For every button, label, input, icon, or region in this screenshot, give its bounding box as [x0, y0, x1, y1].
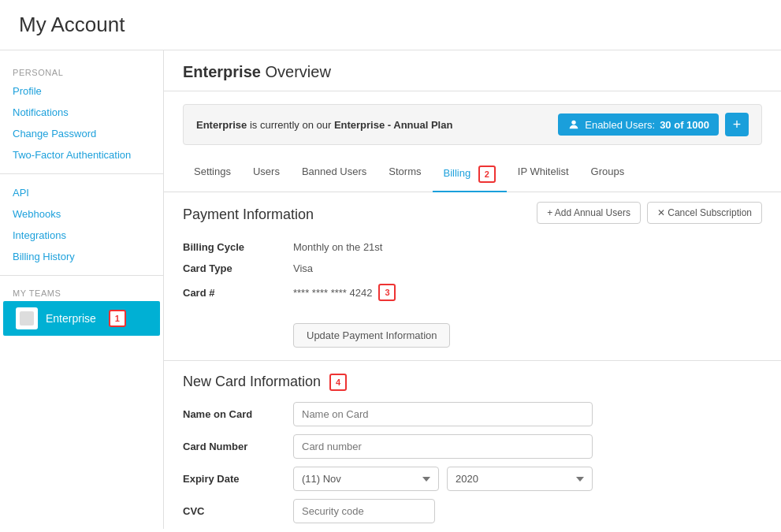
banner-text: Enterprise is currently on our Enterpris…: [196, 119, 452, 131]
card-type-value: Visa: [293, 262, 313, 274]
annotation-2: 2: [478, 166, 496, 183]
team-icon: [16, 307, 38, 329]
sidebar-item-change-password[interactable]: Change Password: [0, 123, 163, 144]
expiry-month-select[interactable]: (11) Nov: [293, 467, 439, 491]
enterprise-overview-title: Enterprise Overview: [183, 63, 762, 81]
tab-banned-users[interactable]: Banned Users: [291, 158, 377, 192]
annotation-4: 4: [329, 374, 347, 391]
team-icon-inner: [20, 311, 34, 326]
card-number-form-row: Card Number: [183, 434, 762, 459]
card-number-input[interactable]: [293, 434, 593, 459]
sidebar-personal-label: Personal: [0, 63, 163, 80]
enterprise-banner: Enterprise is currently on our Enterpris…: [183, 104, 762, 145]
overview-label: Overview: [266, 63, 331, 80]
main-content: Enterprise Overview Enterprise is curren…: [164, 50, 781, 529]
expiry-year-select[interactable]: 2020: [447, 467, 593, 491]
sidebar-item-notifications[interactable]: Notifications: [0, 102, 163, 123]
sidebar-divider-1: [0, 173, 163, 174]
sidebar-team-enterprise[interactable]: Enterprise 1: [3, 301, 160, 336]
billing-cycle-value: Monthly on the 21st: [293, 241, 382, 253]
card-hash-label: Card #: [183, 287, 293, 299]
sidebar-item-api[interactable]: API: [0, 182, 163, 203]
action-buttons: + Add Annual Users ✕ Cancel Subscription: [537, 202, 762, 224]
tabs-bar: Settings Users Banned Users Storms Billi…: [164, 158, 781, 192]
sidebar-item-integrations[interactable]: Integrations: [0, 225, 163, 246]
card-number-form-label: Card Number: [183, 441, 293, 452]
team-name: Enterprise: [46, 312, 96, 325]
sidebar-divider-2: [0, 275, 163, 276]
name-on-card-label: Name on Card: [183, 408, 293, 420]
expiry-date-label: Expiry Date: [183, 473, 293, 485]
cvc-label: CVC: [183, 505, 293, 517]
tab-settings[interactable]: Settings: [183, 158, 242, 192]
new-card-title: New Card Information 4: [183, 374, 762, 391]
sidebar-item-profile[interactable]: Profile: [0, 80, 163, 102]
update-payment-button[interactable]: Update Payment Information: [293, 323, 450, 348]
banner-right: Enabled Users: 30 of 1000 +: [558, 113, 749, 136]
card-type-row: Card Type Visa: [183, 258, 762, 279]
add-annual-users-button[interactable]: + Add Annual Users: [537, 202, 641, 224]
sidebar-item-webhooks[interactable]: Webhooks: [0, 203, 163, 225]
card-number-value: **** **** **** 4242: [293, 287, 372, 299]
cvc-row: CVC: [183, 499, 762, 523]
card-number-row: Card # **** **** **** 4242 3: [183, 279, 762, 306]
name-on-card-input[interactable]: [293, 402, 593, 426]
expiry-selects: (11) Nov 2020: [293, 467, 593, 491]
sidebar-item-billing-history[interactable]: Billing History: [0, 246, 163, 267]
user-icon: [567, 118, 580, 131]
expiry-date-row: Expiry Date (11) Nov 2020: [183, 467, 762, 491]
page-title: My Account: [19, 13, 762, 37]
svg-point-0: [572, 121, 576, 125]
tab-users[interactable]: Users: [242, 158, 291, 192]
cvc-input[interactable]: [293, 499, 435, 523]
annotation-3: 3: [378, 284, 396, 301]
enabled-users-count: 30 of 1000: [660, 119, 709, 131]
update-payment-row: Update Payment Information: [183, 314, 762, 348]
name-on-card-row: Name on Card: [183, 402, 762, 426]
my-teams-label: My Teams: [0, 284, 163, 301]
card-type-label: Card Type: [183, 262, 293, 274]
tab-groups[interactable]: Groups: [580, 158, 636, 192]
enterprise-header: Enterprise Overview: [164, 50, 781, 91]
cancel-subscription-button[interactable]: ✕ Cancel Subscription: [647, 202, 762, 224]
sidebar-item-two-factor[interactable]: Two-Factor Authentication: [0, 144, 163, 166]
payment-info-section: Payment Information + Add Annual Users ✕…: [164, 192, 781, 360]
page-header: My Account: [0, 0, 781, 50]
tab-ip-whitelist[interactable]: IP Whitelist: [507, 158, 580, 192]
new-card-section: New Card Information 4 Name on Card Card…: [164, 360, 781, 529]
billing-cycle-row: Billing Cycle Monthly on the 21st: [183, 236, 762, 258]
tab-billing[interactable]: Billing 2: [433, 158, 507, 192]
tab-storms[interactable]: Storms: [377, 158, 432, 192]
add-user-icon-btn[interactable]: +: [725, 113, 749, 136]
billing-cycle-label: Billing Cycle: [183, 241, 293, 253]
enabled-users-badge: Enabled Users: 30 of 1000: [558, 113, 719, 136]
annotation-1: 1: [109, 310, 126, 327]
payment-section-title: Payment Information: [183, 206, 314, 223]
sidebar: Personal Profile Notifications Change Pa…: [0, 50, 164, 529]
enabled-users-label: Enabled Users:: [585, 119, 655, 131]
